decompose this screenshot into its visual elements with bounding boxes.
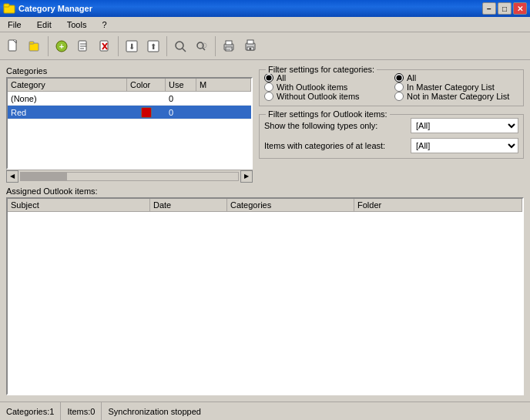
toolbar-sep-2 — [118, 36, 119, 56]
filter-categories-title: Filter settings for categories: — [266, 65, 377, 74]
status-sync-text: Synchronization stopped — [108, 407, 200, 416]
status-items-text: Items:0 — [67, 407, 95, 416]
outlook-header: Subject Date Categories Folder — [8, 199, 522, 212]
svg-rect-29 — [247, 40, 253, 44]
radio-not-in-master[interactable]: Not in Master Category List — [394, 92, 518, 101]
radio-all-right-input[interactable] — [394, 73, 404, 82]
radio-not-in-master-input[interactable] — [394, 92, 404, 101]
status-categories: Categories:1 — [0, 402, 61, 420]
outlook-label: Assigned Outlook items: — [6, 186, 524, 196]
radio-without-outlook-input[interactable] — [264, 92, 273, 101]
edit-cat-button[interactable] — [73, 36, 93, 56]
filter-cats-select[interactable]: [All] One Two Three — [411, 138, 518, 153]
svg-text:⬆: ⬆ — [150, 42, 156, 51]
use-red: 0 — [166, 108, 196, 117]
toolbar-sep-1 — [48, 36, 49, 56]
radio-all-right[interactable]: All — [394, 73, 518, 82]
app-title: Category Manager — [18, 4, 92, 13]
title-bar: Category Manager − □ ✕ — [0, 0, 530, 17]
svg-rect-4 — [29, 42, 34, 44]
close-button[interactable]: ✕ — [513, 2, 527, 15]
new-button[interactable] — [3, 36, 23, 56]
radio-in-master-label: In Master Category List — [407, 82, 495, 92]
toolbar-sep-3 — [166, 36, 167, 56]
filter-panel: Filter settings for categories: All With… — [259, 66, 524, 182]
app-icon — [3, 2, 15, 15]
outlook-table: Subject Date Categories Folder — [6, 197, 524, 395]
toolbar-sep-4 — [215, 36, 216, 56]
svg-rect-1 — [4, 4, 9, 7]
radio-all-left[interactable]: All — [264, 73, 388, 82]
menu-bar: File Edit Tools ? — [0, 17, 530, 32]
categories-label: Categories — [6, 66, 253, 76]
print-button[interactable] — [219, 36, 239, 56]
svg-line-19 — [183, 49, 186, 52]
svg-point-22 — [202, 43, 206, 48]
search2-button[interactable] — [192, 36, 212, 56]
toolbar: + ⬇ ⬆ — [0, 32, 530, 60]
table-row[interactable]: Red 0 — [8, 106, 251, 119]
search-button[interactable] — [170, 36, 190, 56]
svg-point-18 — [176, 42, 183, 49]
status-items: Items:0 — [61, 402, 102, 420]
use-none: 0 — [166, 94, 196, 103]
main-content: Categories Category Color Use M (None) 0 — [0, 60, 530, 402]
menu-help[interactable]: ? — [97, 18, 111, 31]
add-cat-button[interactable]: + — [52, 36, 72, 56]
menu-edit[interactable]: Edit — [32, 18, 56, 31]
scroll-right-btn[interactable]: ▶ — [240, 170, 253, 183]
col-date: Date — [150, 199, 227, 211]
col-m: M — [196, 79, 251, 91]
top-panels: Categories Category Color Use M (None) 0 — [6, 66, 524, 182]
filter-cats-row: Items with categories of at least: [All]… — [264, 138, 518, 153]
scroll-thumb[interactable] — [21, 173, 67, 180]
col-subject: Subject — [8, 199, 150, 211]
col-color: Color — [127, 79, 166, 91]
scroll-left-btn[interactable]: ◀ — [6, 170, 18, 183]
categories-table-header: Category Color Use M — [8, 79, 251, 92]
minimize-button[interactable]: − — [482, 2, 496, 15]
outlook-body — [8, 212, 522, 394]
radio-all-left-input[interactable] — [264, 73, 273, 82]
radio-with-outlook-label: With Outlook items — [277, 82, 347, 92]
table-row[interactable]: (None) 0 — [8, 92, 251, 106]
col-categories: Categories — [227, 199, 354, 211]
filter-categories-box: Filter settings for categories: All With… — [259, 69, 524, 106]
radio-without-outlook-label: Without Outlook items — [277, 92, 360, 101]
filter-outlook-title: Filter settings for Outlook items: — [266, 109, 390, 119]
col-category: Category — [8, 79, 127, 91]
svg-text:+: + — [59, 42, 64, 51]
open-button[interactable] — [25, 36, 45, 56]
red-color-swatch — [141, 107, 152, 118]
scroll-track[interactable] — [20, 172, 239, 181]
svg-rect-24 — [226, 41, 232, 45]
filter-show-row: Show the following types only: [All] Mai… — [264, 118, 518, 133]
delete-cat-button[interactable] — [95, 36, 115, 56]
filter-outlook-box: Filter settings for Outlook items: Show … — [259, 114, 524, 159]
color-red — [127, 107, 166, 118]
col-use: Use — [166, 79, 196, 91]
import-button[interactable]: ⬇ — [122, 36, 142, 56]
svg-point-20 — [197, 42, 203, 49]
radio-with-outlook[interactable]: With Outlook items — [264, 82, 388, 92]
categories-panel: Categories Category Color Use M (None) 0 — [6, 66, 253, 182]
print-preview-button[interactable]: ■ — [240, 36, 260, 56]
horizontal-scrollbar[interactable]: ◀ ▶ — [6, 170, 253, 182]
radio-in-master[interactable]: In Master Category List — [394, 82, 518, 92]
radio-not-in-master-label: Not in Master Category List — [407, 92, 509, 101]
radio-in-master-input[interactable] — [394, 82, 404, 92]
radio-all-right-label: All — [407, 73, 416, 82]
svg-text:■: ■ — [249, 46, 252, 51]
maximize-button[interactable]: □ — [498, 2, 512, 15]
status-sync: Synchronization stopped — [102, 402, 530, 420]
filter-categories-grid: All With Outlook items Without Outlook i… — [264, 73, 518, 101]
status-categories-text: Categories:1 — [6, 407, 54, 416]
radio-without-outlook[interactable]: Without Outlook items — [264, 92, 388, 101]
filter-cats-label: Items with categories of at least: — [264, 141, 385, 150]
menu-tools[interactable]: Tools — [62, 18, 92, 31]
menu-file[interactable]: File — [3, 18, 26, 31]
export-button[interactable]: ⬆ — [143, 36, 163, 56]
filter-show-select[interactable]: [All] Mail Calendar Contacts Tasks — [411, 118, 518, 133]
svg-text:⬇: ⬇ — [129, 42, 135, 51]
radio-with-outlook-input[interactable] — [264, 82, 273, 92]
